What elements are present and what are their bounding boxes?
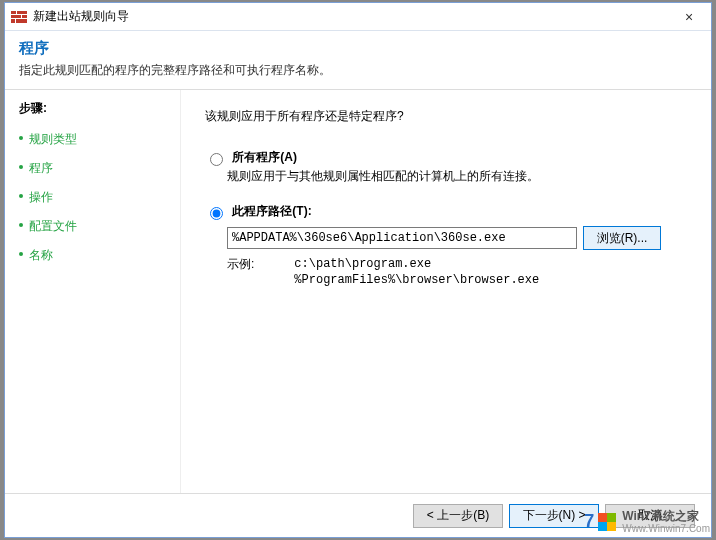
firewall-icon [11,9,27,25]
option-program-path: 此程序路径(T): 浏览(R)... 示例: c:\path\program.e… [205,203,687,288]
page-header: 程序 指定此规则匹配的程序的完整程序路径和可执行程序名称。 [5,31,711,90]
example-label: 示例: [227,256,254,288]
step-name[interactable]: 名称 [19,241,174,270]
option-all-desc: 规则应用于与其他规则属性相匹配的计算机上的所有连接。 [227,168,687,185]
radio-all-label[interactable]: 所有程序(A) [205,150,297,164]
option-all-programs: 所有程序(A) 规则应用于与其他规则属性相匹配的计算机上的所有连接。 [205,149,687,185]
back-button[interactable]: < 上一步(B) [413,504,503,528]
step-rule-type[interactable]: 规则类型 [19,125,174,154]
step-action[interactable]: 操作 [19,183,174,212]
wizard-footer: < 上一步(B) 下一步(N) > 取消 [5,493,711,537]
wizard-body: 步骤: 规则类型 程序 操作 配置文件 名称 该规则应用于所有程序还是特定程序?… [5,90,711,500]
content-pane: 该规则应用于所有程序还是特定程序? 所有程序(A) 规则应用于与其他规则属性相匹… [181,90,711,500]
radio-path[interactable] [210,207,223,220]
next-button[interactable]: 下一步(N) > [509,504,599,528]
svg-rect-1 [11,14,27,15]
svg-rect-5 [15,19,16,23]
wizard-window: 新建出站规则向导 × 程序 指定此规则匹配的程序的完整程序路径和可执行程序名称。… [4,2,712,538]
question-text: 该规则应用于所有程序还是特定程序? [205,108,687,125]
browse-button[interactable]: 浏览(R)... [583,226,661,250]
svg-rect-2 [11,18,27,19]
program-path-input[interactable] [227,227,577,249]
svg-rect-4 [21,15,22,18]
radio-all[interactable] [210,153,223,166]
step-program[interactable]: 程序 [19,154,174,183]
page-title: 程序 [19,39,697,58]
svg-rect-3 [16,11,17,14]
page-subtitle: 指定此规则匹配的程序的完整程序路径和可执行程序名称。 [19,62,697,79]
close-button[interactable]: × [667,3,711,31]
steps-sidebar: 步骤: 规则类型 程序 操作 配置文件 名称 [5,90,181,500]
example-paths: c:\path\program.exe %ProgramFiles%\brows… [294,256,539,288]
radio-path-label[interactable]: 此程序路径(T): [205,204,312,218]
step-profile[interactable]: 配置文件 [19,212,174,241]
radio-path-text: 此程序路径(T): [232,204,311,218]
titlebar: 新建出站规则向导 × [5,3,711,31]
steps-heading: 步骤: [19,100,174,117]
window-title: 新建出站规则向导 [33,8,129,25]
svg-rect-0 [11,11,27,23]
cancel-button[interactable]: 取消 [605,504,695,528]
radio-all-text: 所有程序(A) [232,150,297,164]
example-block: 示例: c:\path\program.exe %ProgramFiles%\b… [227,256,687,288]
